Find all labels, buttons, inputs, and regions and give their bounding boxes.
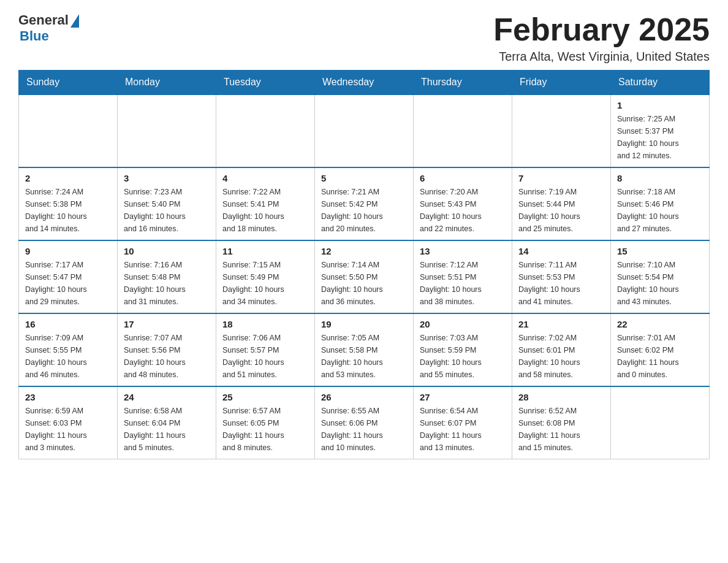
calendar-week-row: 9Sunrise: 7:17 AM Sunset: 5:47 PM Daylig… (19, 240, 710, 313)
calendar-cell: 15Sunrise: 7:10 AM Sunset: 5:54 PM Dayli… (611, 240, 710, 313)
day-number: 22 (617, 319, 703, 329)
day-number: 25 (222, 392, 308, 402)
calendar-cell (19, 94, 118, 167)
day-number: 1 (617, 100, 703, 110)
calendar-header-tuesday: Tuesday (216, 71, 315, 95)
calendar-cell: 22Sunrise: 7:01 AM Sunset: 6:02 PM Dayli… (611, 313, 710, 386)
day-info: Sunrise: 7:05 AM Sunset: 5:58 PM Dayligh… (321, 332, 407, 381)
logo: General Blue (18, 12, 79, 44)
day-info: Sunrise: 7:02 AM Sunset: 6:01 PM Dayligh… (518, 332, 604, 381)
day-info: Sunrise: 7:11 AM Sunset: 5:53 PM Dayligh… (518, 259, 604, 308)
calendar-cell: 25Sunrise: 6:57 AM Sunset: 6:05 PM Dayli… (216, 386, 315, 459)
day-info: Sunrise: 7:17 AM Sunset: 5:47 PM Dayligh… (25, 259, 111, 308)
calendar-cell: 7Sunrise: 7:19 AM Sunset: 5:44 PM Daylig… (512, 167, 611, 240)
day-number: 10 (124, 246, 210, 256)
calendar-cell (216, 94, 315, 167)
day-info: Sunrise: 7:20 AM Sunset: 5:43 PM Dayligh… (420, 186, 506, 235)
day-number: 23 (25, 392, 111, 402)
calendar-cell: 21Sunrise: 7:02 AM Sunset: 6:01 PM Dayli… (512, 313, 611, 386)
title-section: February 2025 Terra Alta, West Virginia,… (493, 12, 710, 64)
day-info: Sunrise: 7:06 AM Sunset: 5:57 PM Dayligh… (222, 332, 308, 381)
day-info: Sunrise: 6:59 AM Sunset: 6:03 PM Dayligh… (25, 405, 111, 454)
calendar-header-thursday: Thursday (414, 71, 512, 95)
day-number: 12 (321, 246, 407, 256)
day-info: Sunrise: 7:10 AM Sunset: 5:54 PM Dayligh… (617, 259, 703, 308)
day-number: 17 (124, 319, 210, 329)
calendar-cell (512, 94, 611, 167)
day-info: Sunrise: 7:24 AM Sunset: 5:38 PM Dayligh… (25, 186, 111, 235)
day-number: 4 (222, 173, 308, 183)
calendar-cell: 18Sunrise: 7:06 AM Sunset: 5:57 PM Dayli… (216, 313, 315, 386)
calendar-cell: 20Sunrise: 7:03 AM Sunset: 5:59 PM Dayli… (414, 313, 512, 386)
calendar-cell: 26Sunrise: 6:55 AM Sunset: 6:06 PM Dayli… (315, 386, 414, 459)
day-number: 8 (617, 173, 703, 183)
logo-blue-text: Blue (20, 28, 49, 44)
day-number: 24 (124, 392, 210, 402)
calendar-cell: 5Sunrise: 7:21 AM Sunset: 5:42 PM Daylig… (315, 167, 414, 240)
day-number: 28 (518, 392, 604, 402)
page-subtitle: Terra Alta, West Virginia, United States (493, 50, 710, 64)
calendar-cell (118, 94, 216, 167)
day-number: 20 (420, 319, 506, 329)
day-number: 14 (518, 246, 604, 256)
calendar-cell: 10Sunrise: 7:16 AM Sunset: 5:48 PM Dayli… (118, 240, 216, 313)
calendar-header-monday: Monday (118, 71, 216, 95)
calendar-cell: 23Sunrise: 6:59 AM Sunset: 6:03 PM Dayli… (19, 386, 118, 459)
day-number: 3 (124, 173, 210, 183)
calendar-cell: 1Sunrise: 7:25 AM Sunset: 5:37 PM Daylig… (611, 94, 710, 167)
calendar-header-row: SundayMondayTuesdayWednesdayThursdayFrid… (19, 71, 710, 95)
day-number: 6 (420, 173, 506, 183)
day-number: 16 (25, 319, 111, 329)
day-number: 21 (518, 319, 604, 329)
day-info: Sunrise: 7:22 AM Sunset: 5:41 PM Dayligh… (222, 186, 308, 235)
day-info: Sunrise: 6:52 AM Sunset: 6:08 PM Dayligh… (518, 405, 604, 454)
day-number: 9 (25, 246, 111, 256)
day-info: Sunrise: 7:18 AM Sunset: 5:46 PM Dayligh… (617, 186, 703, 235)
calendar-header-sunday: Sunday (19, 71, 118, 95)
calendar-week-row: 2Sunrise: 7:24 AM Sunset: 5:38 PM Daylig… (19, 167, 710, 240)
calendar-cell (611, 386, 710, 459)
calendar-cell: 17Sunrise: 7:07 AM Sunset: 5:56 PM Dayli… (118, 313, 216, 386)
calendar-cell (315, 94, 414, 167)
day-number: 15 (617, 246, 703, 256)
day-number: 5 (321, 173, 407, 183)
calendar-table: SundayMondayTuesdayWednesdayThursdayFrid… (18, 70, 710, 459)
calendar-cell: 6Sunrise: 7:20 AM Sunset: 5:43 PM Daylig… (414, 167, 512, 240)
calendar-cell: 19Sunrise: 7:05 AM Sunset: 5:58 PM Dayli… (315, 313, 414, 386)
calendar-cell: 9Sunrise: 7:17 AM Sunset: 5:47 PM Daylig… (19, 240, 118, 313)
calendar-cell: 12Sunrise: 7:14 AM Sunset: 5:50 PM Dayli… (315, 240, 414, 313)
calendar-cell: 11Sunrise: 7:15 AM Sunset: 5:49 PM Dayli… (216, 240, 315, 313)
calendar-header-wednesday: Wednesday (315, 71, 414, 95)
calendar-week-row: 1Sunrise: 7:25 AM Sunset: 5:37 PM Daylig… (19, 94, 710, 167)
page-header: General Blue February 2025 Terra Alta, W… (18, 12, 710, 64)
calendar-cell: 24Sunrise: 6:58 AM Sunset: 6:04 PM Dayli… (118, 386, 216, 459)
day-info: Sunrise: 7:03 AM Sunset: 5:59 PM Dayligh… (420, 332, 506, 381)
day-number: 18 (222, 319, 308, 329)
logo-triangle-icon (70, 14, 79, 28)
calendar-cell: 2Sunrise: 7:24 AM Sunset: 5:38 PM Daylig… (19, 167, 118, 240)
day-number: 11 (222, 246, 308, 256)
calendar-cell: 14Sunrise: 7:11 AM Sunset: 5:53 PM Dayli… (512, 240, 611, 313)
day-info: Sunrise: 6:54 AM Sunset: 6:07 PM Dayligh… (420, 405, 506, 454)
day-number: 2 (25, 173, 111, 183)
calendar-cell: 4Sunrise: 7:22 AM Sunset: 5:41 PM Daylig… (216, 167, 315, 240)
day-info: Sunrise: 7:07 AM Sunset: 5:56 PM Dayligh… (124, 332, 210, 381)
calendar-cell: 13Sunrise: 7:12 AM Sunset: 5:51 PM Dayli… (414, 240, 512, 313)
calendar-week-row: 16Sunrise: 7:09 AM Sunset: 5:55 PM Dayli… (19, 313, 710, 386)
day-info: Sunrise: 7:12 AM Sunset: 5:51 PM Dayligh… (420, 259, 506, 308)
day-info: Sunrise: 7:19 AM Sunset: 5:44 PM Dayligh… (518, 186, 604, 235)
day-info: Sunrise: 7:14 AM Sunset: 5:50 PM Dayligh… (321, 259, 407, 308)
day-number: 13 (420, 246, 506, 256)
calendar-cell: 8Sunrise: 7:18 AM Sunset: 5:46 PM Daylig… (611, 167, 710, 240)
day-info: Sunrise: 6:55 AM Sunset: 6:06 PM Dayligh… (321, 405, 407, 454)
day-number: 26 (321, 392, 407, 402)
day-info: Sunrise: 6:58 AM Sunset: 6:04 PM Dayligh… (124, 405, 210, 454)
day-info: Sunrise: 7:16 AM Sunset: 5:48 PM Dayligh… (124, 259, 210, 308)
day-info: Sunrise: 6:57 AM Sunset: 6:05 PM Dayligh… (222, 405, 308, 454)
day-info: Sunrise: 7:15 AM Sunset: 5:49 PM Dayligh… (222, 259, 308, 308)
day-info: Sunrise: 7:21 AM Sunset: 5:42 PM Dayligh… (321, 186, 407, 235)
day-number: 19 (321, 319, 407, 329)
calendar-cell: 27Sunrise: 6:54 AM Sunset: 6:07 PM Dayli… (414, 386, 512, 459)
day-info: Sunrise: 7:01 AM Sunset: 6:02 PM Dayligh… (617, 332, 703, 381)
logo-general-text: General (18, 12, 69, 28)
